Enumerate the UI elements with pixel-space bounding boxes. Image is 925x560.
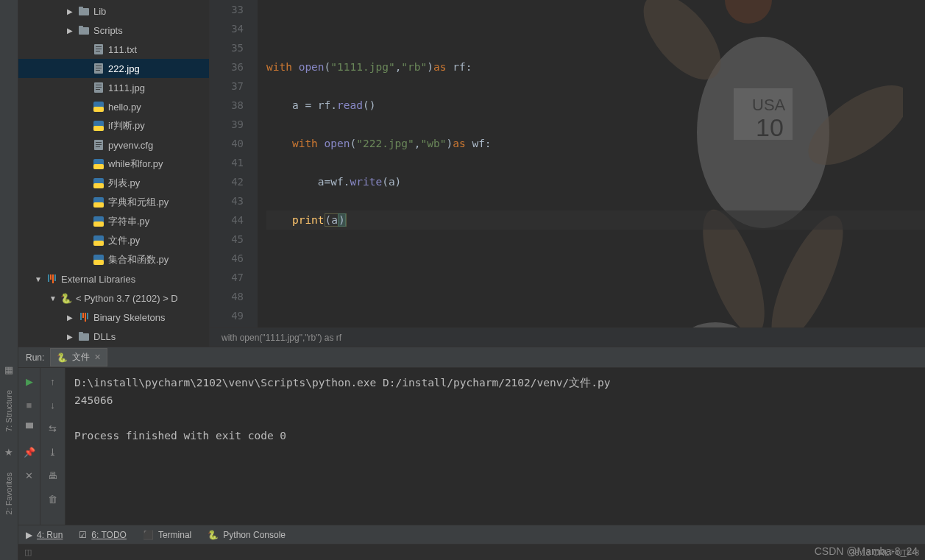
txt-icon xyxy=(92,44,105,54)
tree-row[interactable]: 222.jpg xyxy=(18,59,209,78)
txt-icon xyxy=(92,140,105,150)
tree-row[interactable]: 1111.jpg xyxy=(18,78,209,97)
code-line xyxy=(266,325,925,327)
tree-row[interactable]: 字典和元组.py xyxy=(18,193,209,212)
pin-button[interactable]: 📌 xyxy=(22,444,37,459)
py-icon xyxy=(92,197,105,208)
txt-icon xyxy=(92,63,105,74)
expand-arrow-icon[interactable]: ▼ xyxy=(35,275,45,283)
up-arrow-icon[interactable]: ↑ xyxy=(46,374,60,389)
line-number: 38 xyxy=(210,96,244,115)
favorites-tab[interactable]: 2: Favorites xyxy=(4,464,13,523)
tree-row[interactable]: if判断.py xyxy=(18,116,209,135)
tree-item-label: DLLs xyxy=(93,331,116,342)
tree-row[interactable]: 集合和函数.py xyxy=(18,250,209,269)
tree-item-label: pyvenv.cfg xyxy=(108,140,153,151)
line-number: 39 xyxy=(210,115,244,134)
tree-row[interactable]: 文件.py xyxy=(18,231,209,250)
tree-row[interactable]: ▶Binary Skeletons xyxy=(18,308,209,327)
run-output[interactable]: D:\install\pycharm\2102\venv\Scripts\pyt… xyxy=(65,368,925,525)
run-panel: Run: 🐍 文件 ✕ ▶ ■ ▝▘ 📌 ✕ ↑ ↓ ⇆ ⤓ 🖶 🗑 xyxy=(18,347,925,525)
close-icon[interactable]: ✕ xyxy=(94,352,101,362)
tree-row[interactable]: hello.py xyxy=(18,97,209,116)
terminal-tool-window-button[interactable]: ⬛ Terminal xyxy=(143,530,191,540)
tree-item-label: 字符串.py xyxy=(108,215,149,228)
py-icon xyxy=(92,216,105,227)
tree-row[interactable]: ▶Lib xyxy=(18,1,209,21)
expand-arrow-icon[interactable]: ▶ xyxy=(67,26,77,35)
todo-tool-window-button[interactable]: ☑ 6: TODO xyxy=(79,530,127,540)
layout-button[interactable]: ▝▘ xyxy=(22,421,37,436)
py-icon xyxy=(92,121,105,131)
svg-rect-21 xyxy=(96,142,102,143)
svg-rect-15 xyxy=(96,89,100,90)
tree-row[interactable]: 111.txt xyxy=(18,40,209,59)
code-line: with open("222.jpg","wb")as wf: xyxy=(266,134,925,153)
project-tree[interactable]: ▶Lib▶Scripts111.txt222.jpg1111.jpghello.… xyxy=(18,0,210,347)
py-icon xyxy=(92,255,105,265)
favorites-star-icon[interactable]: ★ xyxy=(4,441,13,464)
svg-rect-17 xyxy=(93,107,104,112)
python-icon: 🐍 xyxy=(57,352,68,363)
todo-icon: ☑ xyxy=(79,530,87,540)
line-number: 35 xyxy=(210,38,244,57)
tree-item-label: < Python 3.7 (2102) > D xyxy=(76,293,178,304)
status-bar: ◫ 38:13 CRLF UTF-8 xyxy=(18,544,925,560)
python-icon: 🐍 xyxy=(208,530,219,540)
code-editor[interactable]: USA 10 333435363738394041424344454647484… xyxy=(210,0,925,327)
run-body: ▶ ■ ▝▘ 📌 ✕ ↑ ↓ ⇆ ⤓ 🖶 🗑 D:\install\pychar… xyxy=(18,368,925,525)
tree-item-label: Scripts xyxy=(93,25,123,36)
structure-tab[interactable]: 7: Structure xyxy=(4,381,13,441)
line-number: 46 xyxy=(210,249,244,268)
tree-item-label: 文件.py xyxy=(108,234,140,247)
python-console-button[interactable]: 🐍 Python Console xyxy=(208,530,286,540)
svg-rect-14 xyxy=(96,87,102,88)
code-line: a = rf.read() xyxy=(266,96,925,115)
code-line: with open("1111.jpg","rb")as rf: xyxy=(266,57,925,77)
svg-rect-23 xyxy=(96,146,100,147)
tree-row[interactable]: while和for.py xyxy=(18,155,209,174)
tree-item-label: 列表.py xyxy=(108,177,140,190)
clear-button[interactable]: 🗑 xyxy=(46,492,60,506)
tree-item-label: External Libraries xyxy=(61,274,135,285)
expand-arrow-icon[interactable]: ▼ xyxy=(49,294,60,302)
svg-rect-22 xyxy=(96,144,102,145)
line-number: 43 xyxy=(210,191,244,210)
svg-rect-37 xyxy=(79,332,83,335)
bottom-tool-bar: ▶ 4: Run ☑ 6: TODO ⬛ Terminal 🐍 Python C… xyxy=(18,525,925,544)
tree-row[interactable]: ▼External Libraries xyxy=(18,269,209,288)
tree-row[interactable]: ▶DLLs xyxy=(18,327,209,346)
code-line xyxy=(266,287,925,306)
stop-button[interactable]: ■ xyxy=(22,397,37,412)
tree-row[interactable]: 列表.py xyxy=(18,174,209,193)
run-tab[interactable]: 🐍 文件 ✕ xyxy=(50,348,107,366)
print-button[interactable]: 🖶 xyxy=(46,468,60,483)
tree-row[interactable]: pyvenv.cfg xyxy=(18,135,209,155)
code-content[interactable]: with open("1111.jpg","rb")as rf: a = rf.… xyxy=(258,0,925,327)
scroll-to-end-button[interactable]: ⤓ xyxy=(46,444,60,459)
expand-arrow-icon[interactable]: ▶ xyxy=(67,313,77,322)
run-header: Run: 🐍 文件 ✕ xyxy=(18,347,925,368)
svg-rect-6 xyxy=(96,49,102,49)
tree-row[interactable]: 字符串.py xyxy=(18,212,209,231)
structure-icon[interactable]: ▦ xyxy=(4,358,13,381)
expand-arrow-icon[interactable]: ▶ xyxy=(67,7,77,15)
line-gutter: 3334353637383940414243444546474849 xyxy=(210,0,258,327)
code-line xyxy=(266,249,925,268)
svg-rect-27 xyxy=(93,183,104,188)
down-arrow-icon[interactable]: ↓ xyxy=(46,397,60,412)
expand-arrow-icon[interactable]: ▶ xyxy=(67,333,77,341)
run-tool-window-button[interactable]: ▶ 4: Run xyxy=(26,530,63,540)
tree-row[interactable]: ▼🐍< Python 3.7 (2102) > D xyxy=(18,288,209,308)
tree-row[interactable]: ▶Scripts xyxy=(18,21,209,40)
svg-rect-31 xyxy=(93,221,104,227)
svg-rect-1 xyxy=(79,7,83,10)
close-button[interactable]: ✕ xyxy=(22,468,37,483)
rerun-button[interactable]: ▶ xyxy=(22,374,37,389)
editor-area: USA 10 333435363738394041424344454647484… xyxy=(210,0,925,347)
breadcrumb[interactable]: with open("1111.jpg","rb") as rf xyxy=(210,327,925,347)
status-right: 38:13 CRLF UTF-8 xyxy=(850,548,919,557)
status-left-icon[interactable]: ◫ xyxy=(24,547,32,557)
soft-wrap-button[interactable]: ⇆ xyxy=(46,421,60,436)
line-number: 42 xyxy=(210,172,244,191)
